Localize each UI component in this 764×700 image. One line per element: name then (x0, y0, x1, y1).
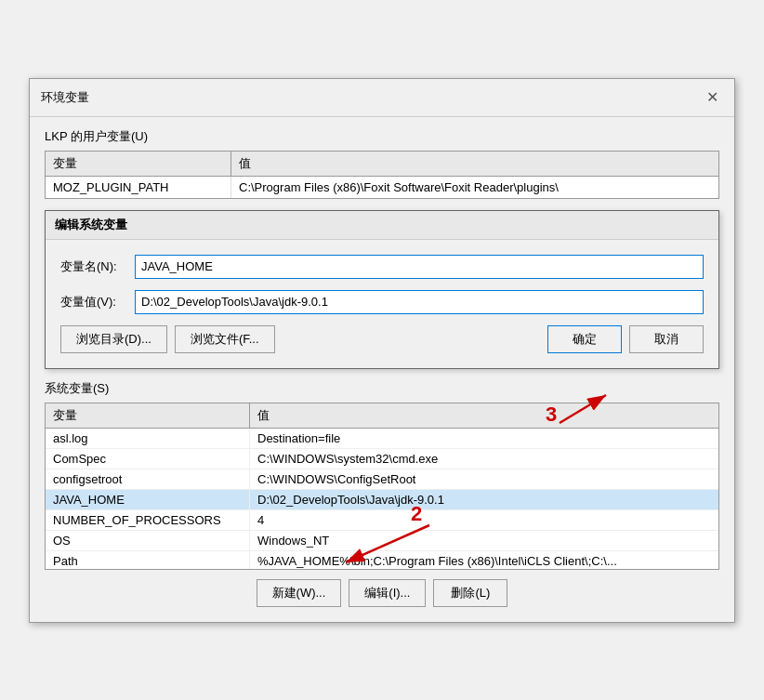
user-var-name: MOZ_PLUGIN_PATH (46, 177, 231, 198)
delete-sys-var-button[interactable]: 删除(L) (433, 579, 507, 607)
sys-vars-button-row: 新建(W)... 编辑(I)... 删除(L) (45, 579, 719, 607)
sys-var-val: 4 (250, 510, 718, 530)
table-row[interactable]: OS Windows_NT (46, 531, 718, 551)
edit-sys-var-button[interactable]: 编辑(I)... (349, 579, 426, 607)
sys-col1-header: 变量 (46, 403, 250, 428)
table-row[interactable]: ComSpec C:\WINDOWS\system32\cmd.exe (46, 449, 718, 469)
sys-var-val: Destination=file (250, 429, 718, 448)
sys-vars-section: 系统变量(S) 变量 值 asl.log Destination=file Co… (45, 380, 719, 607)
inner-dialog-title: 编辑系统变量 (46, 211, 718, 240)
sys-var-val: %JAVA_HOME%\bin;C:\Program Files (x86)\I… (250, 551, 718, 570)
var-name-label: 变量名(N): (60, 258, 135, 275)
browse-file-button[interactable]: 浏览文件(F... (175, 325, 275, 353)
sys-vars-table: 变量 值 asl.log Destination=file ComSpec C:… (46, 403, 718, 570)
sys-var-val: C:\WINDOWS\ConfigSetRoot (250, 469, 718, 489)
close-button[interactable]: ✕ (701, 86, 723, 109)
table-row[interactable]: asl.log Destination=file (46, 429, 718, 449)
var-value-label: 变量值(V): (60, 294, 135, 310)
sys-var-val: D:\02_DevelopTools\Java\jdk-9.0.1 (250, 490, 718, 509)
outer-dialog-title: 环境变量 (41, 89, 89, 106)
sys-vars-header: 变量 值 (46, 403, 718, 429)
sys-vars-table-wrapper[interactable]: 变量 值 asl.log Destination=file ComSpec C:… (45, 403, 719, 570)
browse-dir-button[interactable]: 浏览目录(D)... (60, 325, 167, 353)
java-home-row[interactable]: JAVA_HOME D:\02_DevelopTools\Java\jdk-9.… (46, 490, 718, 510)
sys-var-name: NUMBER_OF_PROCESSORS (46, 510, 250, 530)
user-var-val: C:\Program Files (x86)\Foxit Software\Fo… (231, 177, 718, 198)
sys-var-name: OS (46, 531, 250, 550)
var-name-input[interactable] (135, 255, 704, 279)
user-vars-header: 变量 值 (46, 152, 718, 177)
sys-col2-header: 值 (250, 403, 718, 428)
sys-var-val: Windows_NT (250, 531, 718, 550)
new-sys-var-button[interactable]: 新建(W)... (257, 579, 342, 607)
user-vars-col1: 变量 (46, 152, 231, 176)
edit-system-var-dialog: 编辑系统变量 变量名(N): 变量值(V): 浏览目录(D)... 浏览文件(F… (45, 210, 719, 369)
sys-var-name: ComSpec (46, 449, 250, 469)
table-row[interactable]: Path %JAVA_HOME%\bin;C:\Program Files (x… (46, 551, 718, 570)
user-vars-label: LKP 的用户变量(U) (45, 128, 719, 145)
sys-var-name: Path (46, 551, 250, 570)
var-value-input[interactable] (135, 290, 704, 314)
sys-var-name: configsetroot (46, 469, 250, 489)
sys-vars-label: 系统变量(S) (45, 380, 719, 397)
sys-var-val: C:\WINDOWS\system32\cmd.exe (250, 449, 718, 469)
var-name-row: 变量名(N): (60, 255, 704, 279)
confirm-button[interactable]: 确定 (547, 325, 622, 353)
outer-content: LKP 的用户变量(U) 变量 值 MOZ_PLUGIN_PATH C:\Pro… (30, 117, 734, 622)
outer-title-bar: 环境变量 ✕ (30, 79, 734, 117)
user-vars-col2: 值 (231, 152, 718, 176)
sys-var-name: JAVA_HOME (46, 490, 250, 509)
table-row[interactable]: configsetroot C:\WINDOWS\ConfigSetRoot (46, 469, 718, 490)
inner-button-row: 浏览目录(D)... 浏览文件(F... 确定 取消 (60, 325, 704, 353)
table-row[interactable]: MOZ_PLUGIN_PATH C:\Program Files (x86)\F… (46, 177, 718, 198)
environment-variables-dialog: 环境变量 ✕ LKP 的用户变量(U) 变量 值 MOZ_PLUGIN_PATH… (29, 78, 735, 623)
sys-var-name: asl.log (46, 429, 250, 448)
inner-dialog-content: 变量名(N): 变量值(V): 浏览目录(D)... 浏览文件(F... 确定 … (46, 240, 718, 368)
user-vars-table: 变量 值 MOZ_PLUGIN_PATH C:\Program Files (x… (45, 151, 719, 199)
table-row[interactable]: NUMBER_OF_PROCESSORS 4 (46, 510, 718, 531)
var-value-row: 变量值(V): (60, 290, 704, 314)
cancel-button[interactable]: 取消 (629, 325, 704, 353)
